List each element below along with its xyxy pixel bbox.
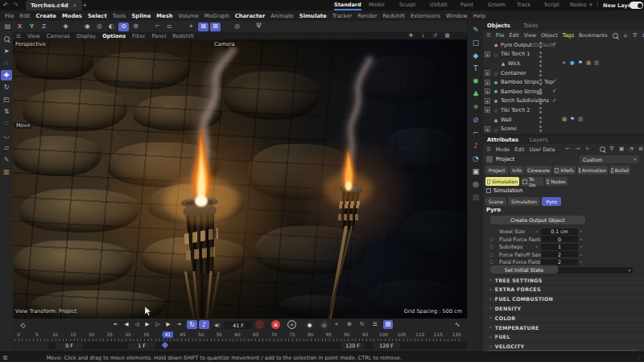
camera-dolly-icon[interactable]: ⇣ [419,33,427,39]
objects-menu-edit[interactable]: Edit [509,32,518,39]
camera-object-icon[interactable]: ▣ [469,166,482,177]
scale-tool-icon[interactable]: ◰ [1,94,12,105]
volume-icon[interactable]: ◆ [469,50,482,61]
grid-snap-icon[interactable]: ⊞ [210,23,221,31]
range-slider-track[interactable] [48,342,467,349]
visibility-toggle-dots[interactable] [539,60,542,63]
layout-tab-script[interactable]: Script [544,2,559,8]
layout-tab-nodes[interactable]: Nodes [570,2,586,8]
layout-tab-sculpt[interactable]: Sculpt [399,2,415,8]
search-icon[interactable] [613,32,619,39]
add-icon[interactable]: + [584,146,590,153]
phong-tag-icon[interactable]: ⚑ [578,60,583,66]
tab-simulation[interactable]: Simulation [508,197,540,206]
enabled-check-icon[interactable]: ✓ [552,41,557,47]
attr-menu-edit[interactable]: Edit [514,146,524,153]
checkbox-icon[interactable] [611,168,613,173]
object-row-bamboo-strings[interactable]: +✱Bamboo Strings✓ [483,87,644,97]
polygons-mode-icon[interactable]: ▱ [1,142,12,153]
coordinate-system-icon[interactable]: ◈ [60,23,71,31]
speaker-icon[interactable]: ◀) [212,320,222,329]
snap-icon[interactable]: ⌖ [186,23,196,31]
menu-animate[interactable]: Animate [270,13,293,19]
character-mode-icon[interactable]: ⊙ [118,23,129,31]
undo-icon[interactable]: ↶ [3,2,9,9]
preset-dropdown[interactable]: Custom ▾ [580,155,639,163]
checkbox-icon[interactable] [522,179,527,184]
objects-hamburger-icon[interactable]: ☰ [486,32,491,39]
attr-menu-user-data[interactable]: User Data [530,146,555,153]
material-tag-icon[interactable]: ▥ [594,60,599,66]
home-icon[interactable]: ⌂ [622,32,629,39]
lock-icon[interactable]: ▣ [618,146,625,153]
tab-scene[interactable]: Scene [485,197,506,206]
visibility-toggle-dots[interactable] [539,42,542,44]
menu-mograph[interactable]: MoGraph [204,13,229,19]
tab-info[interactable]: Info [510,166,524,175]
object-row-scene[interactable]: +◇Scene [483,124,644,134]
animation-dot-icon[interactable]: ○ [489,244,493,249]
prev-key-button[interactable]: ◀ [122,320,131,329]
viewport[interactable]: Perspective Camera View Transform: Proje… [13,39,467,319]
stepper-left-icon[interactable]: ◂ [535,259,538,264]
menu-help[interactable]: Help [473,13,486,19]
visibility-toggle-dots[interactable] [539,107,542,109]
objects-menu-file[interactable]: File [496,32,505,39]
vpmenu-filter[interactable]: Filter [132,33,145,39]
move-tool-icon[interactable]: ✚ [1,70,12,80]
tab-bullet[interactable]: Bullet [609,166,630,175]
key-position-icon[interactable]: ⌖ [332,320,341,329]
key-parameter-icon[interactable]: ☰ [370,320,380,329]
autokey-button[interactable]: A [271,320,280,329]
objects-menu-bookmarks[interactable]: Bookmarks [579,32,608,39]
set-initial-state-button[interactable]: Set Initial State [489,265,559,274]
section-density[interactable]: ›DENSITY [483,303,644,312]
goto-end-button[interactable]: ⇥ [174,320,184,329]
xpresso-icon[interactable]: Ψ [254,23,264,31]
menu-simulate[interactable]: Simulate [299,13,327,19]
viewport-hamburger-icon[interactable]: ☰ [16,33,21,39]
quantize-icon[interactable]: ⊞ [198,23,208,31]
tab-simulation[interactable]: Simulation [485,177,519,186]
prev-frame-button[interactable]: ◁ [132,320,142,329]
menu-file[interactable]: File [5,13,14,19]
section-velocity[interactable]: ›VELOCITY [483,342,644,351]
tab-attributes[interactable]: Attributes [487,137,518,143]
view-layout-icon[interactable]: ▦ [444,33,451,39]
record-button[interactable] [255,320,264,329]
menu-window[interactable]: Window [446,13,468,19]
objects-menu-object[interactable]: Object [541,32,558,39]
animation-dot-icon[interactable]: ○ [489,237,493,241]
uv-mode-icon[interactable]: ▥ [1,167,12,177]
sculpt-brush-icon[interactable]: ✎ [1,154,12,165]
tab-project[interactable]: Project [485,166,508,175]
visibility-toggle-dots[interactable] [539,88,542,91]
expand-icon[interactable]: + [485,70,490,76]
tab-takes[interactable]: Takes [523,23,539,29]
section-color[interactable]: ›COLOR [483,313,644,322]
generator-icon[interactable]: ✱ [469,76,482,87]
section-extra-forces[interactable]: ›EXTRA FORCES [483,285,644,294]
menu-character[interactable]: Character [235,13,266,19]
object-row-wick[interactable]: ▲Wick×●⚑▦▥ [483,59,644,68]
object-row-tiki-torch-1[interactable]: +◇Tiki Torch 1 [483,50,644,60]
tab-to-do[interactable]: To Do [521,177,543,186]
axis-x-label[interactable]: X [14,23,25,31]
tab-close-icon[interactable]: × [72,2,77,9]
menu-create[interactable]: Create [36,13,56,19]
expand-icon[interactable]: + [485,80,490,85]
object-row-wall[interactable]: ▲Wall▦⚑▥ [483,115,644,125]
viewport-camera2-label[interactable]: Camera [214,41,235,47]
axis-lock-icon[interactable]: ⇅ [1,106,12,117]
checkbox-icon[interactable] [486,188,491,193]
field-icon[interactable]: ✳ [469,101,482,113]
layout-tab-standard[interactable]: Standard [334,2,361,10]
history-icon[interactable]: ◔ [628,146,634,153]
menu-mesh[interactable]: Mesh [156,13,172,19]
timeline-ruler[interactable]: 0510152025303540455055606570758085909510… [13,331,475,339]
object-row-container[interactable]: +◇Container [483,68,644,78]
clock-icon[interactable]: ◔ [469,153,482,164]
range-start-field[interactable]: 0 F [56,343,83,349]
character-joint-icon[interactable]: ⊚ [130,23,141,31]
render-region-icon[interactable]: ◎ [94,23,105,31]
